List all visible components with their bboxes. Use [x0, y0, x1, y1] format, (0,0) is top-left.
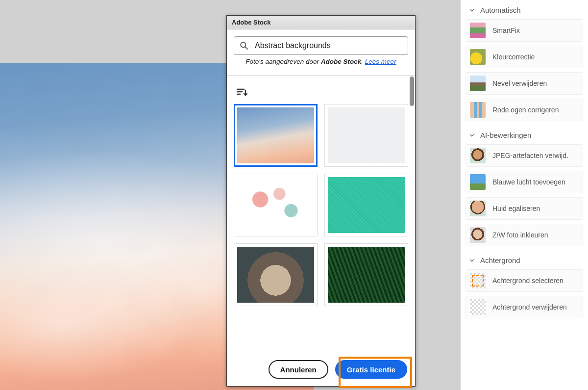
action-label: SmartFix [492, 26, 520, 34]
search-input[interactable] [254, 41, 403, 51]
section-label: Automatisch [480, 6, 521, 14]
action-label: Kleurcorrectie [492, 53, 535, 61]
result-image [328, 247, 405, 303]
section-label: AI-bewerkingen [480, 131, 531, 139]
thumb-icon [470, 23, 486, 38]
cancel-button[interactable]: Annuleren [269, 360, 328, 379]
result-tile[interactable] [324, 174, 408, 236]
result-image [237, 107, 314, 163]
result-tile[interactable] [324, 104, 408, 167]
quick-actions-panel: Automatisch SmartFix Kleurcorrectie Neve… [461, 0, 588, 390]
action-label: Z/W foto inkleuren [492, 231, 548, 239]
thumb-icon [470, 76, 486, 91]
result-tile[interactable] [324, 243, 408, 306]
result-image [237, 247, 314, 303]
powered-by-text: Foto's aangedreven door Adobe Stock. Lee… [234, 55, 408, 72]
action-label: Rode ogen corrigeren [492, 106, 559, 114]
free-license-button[interactable]: Gratis licentie [335, 360, 407, 379]
action-nevel-verwijderen[interactable]: Nevel verwijderen [466, 72, 583, 95]
modal-titlebar[interactable]: Adobe Stock [227, 16, 415, 29]
action-zw-inkleuren[interactable]: Z/W foto inkleuren [466, 224, 583, 246]
result-image [328, 107, 405, 163]
section-label: Achtergrond [480, 256, 520, 264]
action-kleurcorrectie[interactable]: Kleurcorrectie [466, 46, 583, 68]
action-label: Achtergrond verwijderen [492, 303, 567, 311]
thumb-icon [470, 201, 486, 216]
chevron-down-icon [468, 257, 475, 264]
action-label: JPEG-artefacten verwijd. [492, 152, 568, 159]
action-smartfix[interactable]: SmartFix [466, 19, 583, 42]
thumb-icon [470, 148, 486, 163]
results-area [227, 75, 415, 352]
result-tile[interactable] [234, 104, 318, 167]
chevron-down-icon [468, 7, 475, 14]
thumb-icon [470, 102, 486, 118]
modal-title: Adobe Stock [232, 19, 270, 26]
search-icon [239, 41, 249, 51]
adobe-stock-modal: Adobe Stock Foto's aangedreven door Adob… [226, 15, 416, 387]
section-automatisch[interactable]: Automatisch [466, 0, 583, 19]
result-image [237, 177, 314, 233]
modal-footer: Annuleren Gratis licentie [227, 352, 415, 387]
action-huid-egaliseren[interactable]: Huid egaliseren [466, 197, 583, 220]
section-ai-bewerkingen[interactable]: AI-bewerkingen [466, 125, 583, 144]
thumb-icon [470, 299, 486, 315]
result-tile[interactable] [234, 174, 318, 236]
action-jpeg-artefacten[interactable]: JPEG-artefacten verwijd. [466, 144, 583, 167]
sort-icon[interactable] [236, 86, 247, 98]
action-label: Huid egaliseren [492, 205, 540, 212]
action-blauwe-lucht[interactable]: Blauwe lucht toevoegen [466, 171, 583, 193]
action-label: Achtergrond selecteren [492, 277, 564, 285]
action-achtergrond-selecteren[interactable]: Achtergrond selecteren [466, 269, 583, 292]
result-tile[interactable] [234, 243, 318, 306]
action-rode-ogen[interactable]: Rode ogen corrigeren [466, 99, 583, 121]
chevron-down-icon [468, 132, 475, 139]
result-image [328, 177, 405, 233]
action-achtergrond-verwijderen[interactable]: Achtergrond verwijderen [466, 296, 583, 318]
thumb-icon [470, 49, 486, 65]
section-achtergrond[interactable]: Achtergrond [466, 250, 583, 269]
thumb-icon [470, 227, 486, 243]
thumb-icon [470, 174, 486, 190]
learn-more-link[interactable]: Lees meer [365, 58, 396, 65]
thumb-icon [470, 273, 486, 288]
action-label: Nevel verwijderen [492, 79, 547, 87]
search-box[interactable] [234, 36, 408, 55]
action-label: Blauwe lucht toevoegen [492, 178, 565, 186]
